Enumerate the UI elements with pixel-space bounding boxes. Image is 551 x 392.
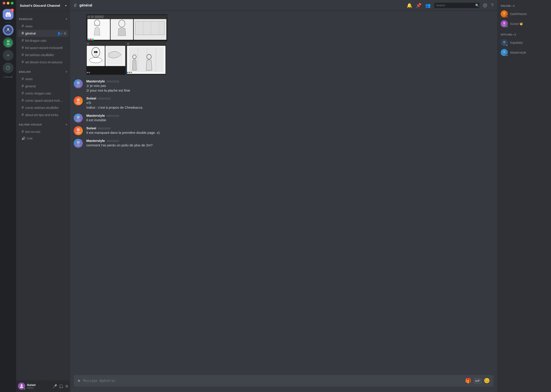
- hash-icon: #: [22, 77, 24, 81]
- member-item-suisei[interactable]: Suisei 👑: [499, 19, 549, 29]
- message-input-area: + 🎁 GIF 😊: [70, 375, 497, 392]
- category-francais-header[interactable]: FRANÇAIS +: [18, 17, 68, 21]
- user-avatar-wrap: [18, 383, 25, 390]
- member-name-wrap-suisei: Suisei 👑: [510, 22, 523, 26]
- close-button[interactable]: [3, 2, 5, 5]
- category-english-add-icon[interactable]: +: [65, 70, 67, 74]
- emoji-icon[interactable]: 😊: [484, 378, 490, 384]
- svg-point-50: [77, 116, 80, 119]
- message-text-4: Il est manquant dans la première double …: [86, 130, 493, 135]
- microphone-icon[interactable]: 🎤: [53, 384, 57, 388]
- online-count: 6 ONLINE: [3, 76, 13, 78]
- channel-comic-dragon-cats[interactable]: # comic-dragon-cats: [18, 90, 68, 97]
- svg-point-31: [96, 51, 98, 53]
- message-text-5: comment t'as perdu un poilu de plus de 2…: [86, 143, 493, 148]
- svg-point-52: [77, 141, 80, 144]
- svg-rect-15: [135, 21, 165, 35]
- settings-icon[interactable]: ⚙: [64, 32, 66, 35]
- pin-icon[interactable]: 📌: [416, 3, 421, 8]
- notification-badge: 2: [10, 8, 14, 12]
- maximize-button[interactable]: [11, 2, 14, 5]
- message-author-2[interactable]: Suisei: [86, 96, 96, 100]
- message-content-5: Masterstyle 09/02/2018 comment t'as perd…: [86, 139, 493, 148]
- gif-button[interactable]: GIF: [474, 378, 481, 383]
- settings-icon[interactable]: ⚙: [65, 384, 68, 388]
- search-input[interactable]: [436, 4, 474, 7]
- svg-rect-37: [127, 43, 129, 45]
- message-header-4: Suisei 09/02/2018: [86, 126, 493, 130]
- channel-live-voice[interactable]: 🔊 Live: [18, 135, 68, 141]
- channel-bd-dragon-cats[interactable]: # bd-dragon-cats: [18, 37, 68, 44]
- comic-images-container: [70, 14, 497, 78]
- search-bar[interactable]: 🔍: [434, 3, 479, 8]
- channel-bd-space-wizard[interactable]: # bd-space-wizard-mckcarell: [18, 44, 68, 51]
- window-chrome: [0, 0, 16, 6]
- comic-strip-top: [86, 14, 167, 41]
- comic-panels-row: [86, 42, 167, 75]
- member-avatar-masterstyle: [501, 49, 508, 56]
- channel-news-fr[interactable]: # news: [18, 23, 68, 30]
- comic-panel-right: [127, 42, 166, 75]
- member-item-darthhaven[interactable]: DarthHaven: [499, 9, 549, 19]
- member-status-suisei: [506, 25, 508, 28]
- explore-servers-button[interactable]: [3, 63, 14, 73]
- svg-point-48: [77, 81, 80, 84]
- minimize-button[interactable]: [7, 2, 9, 5]
- svg-rect-36: [127, 42, 166, 45]
- channel-art-dessin[interactable]: # art-dessin-trucs-et-astuces: [18, 59, 68, 66]
- channel-general-en[interactable]: # general: [18, 83, 68, 90]
- comic-panel-left: [86, 42, 126, 75]
- bell-icon[interactable]: 🔔: [407, 3, 412, 8]
- message-group-4: Suisei 09/02/2018 Il est manquant dans l…: [70, 125, 497, 136]
- member-status-darthhaven: [506, 15, 508, 18]
- category-english-header[interactable]: ENGLISH +: [18, 69, 68, 74]
- category-voice: SALONS VOCAUX +: [16, 119, 70, 128]
- category-voice-label: SALONS VOCAUX: [19, 123, 42, 126]
- server-icon-1[interactable]: [3, 25, 14, 35]
- message-author-1[interactable]: Masterstyle: [86, 79, 105, 83]
- server-icon-2[interactable]: 2013: [3, 37, 14, 48]
- message-author-5[interactable]: Masterstyle: [86, 139, 105, 143]
- category-francais-label: FRANÇAIS: [19, 18, 33, 21]
- gift-icon[interactable]: 🎁: [465, 378, 471, 384]
- headphone-icon[interactable]: 🎧: [59, 384, 63, 388]
- channel-about-art-tips[interactable]: # about-art-tips-and-tricks: [18, 111, 68, 118]
- message-header-1: Masterstyle 09/02/2018: [86, 79, 493, 83]
- chevron-down-icon: ▾: [65, 4, 66, 7]
- category-voice-header[interactable]: SALONS VOCAUX +: [18, 122, 68, 127]
- category-francais-add-icon[interactable]: +: [65, 17, 67, 21]
- channel-name-header: général: [79, 3, 92, 7]
- member-avatar-darthhaven: [501, 10, 508, 18]
- mention-icon[interactable]: @: [483, 3, 487, 8]
- channel-general-fr[interactable]: # général 👤+ ⚙: [18, 30, 68, 37]
- user-info: Suisei #0001: [27, 383, 51, 389]
- channel-news-en[interactable]: # news: [18, 76, 68, 82]
- member-status-masterstyle: [506, 54, 508, 56]
- channel-comic-tarkhan[interactable]: # comic-tarkhan-skullkiller: [18, 104, 68, 111]
- crown-icon: 👑: [520, 22, 523, 25]
- search-icon: 🔍: [475, 4, 479, 7]
- server-icon-main[interactable]: 2: [3, 9, 14, 20]
- messages-area: Masterstyle 09/02/2018 1/ je vois pas 2/…: [70, 11, 497, 375]
- help-icon[interactable]: ?: [491, 3, 493, 8]
- message-author-3[interactable]: Masterstyle: [86, 114, 105, 117]
- user-status-indicator: [23, 388, 25, 390]
- svg-rect-21: [92, 39, 94, 40]
- add-member-icon[interactable]: 👤+: [57, 32, 63, 35]
- add-server-button[interactable]: +: [3, 50, 14, 61]
- channel-bd-tarkhan[interactable]: # bd-tarkhan-skullkiller: [18, 51, 68, 58]
- message-author-4[interactable]: Suisei: [86, 126, 96, 130]
- message-timestamp-5: 09/02/2018: [107, 140, 119, 142]
- server-name-header[interactable]: Suisei's Discord Channel ▾: [16, 0, 70, 11]
- member-name-wrap-darthhaven: DarthHaven: [510, 12, 527, 16]
- members-icon[interactable]: 👥: [425, 3, 431, 8]
- member-item-kapalsky[interactable]: Kapalsky: [499, 38, 549, 48]
- channel-comic-space-wizard[interactable]: # comic-space-wizard-mck...: [18, 97, 68, 104]
- avatar-masterstyle-1: [74, 79, 83, 88]
- channel-live-no-mic[interactable]: # live-no-mic: [18, 128, 68, 135]
- category-voice-add-icon[interactable]: +: [65, 123, 67, 127]
- add-attachment-button[interactable]: +: [77, 375, 80, 387]
- member-item-masterstyle[interactable]: Masterstyle: [499, 48, 549, 57]
- message-input[interactable]: [83, 376, 462, 386]
- message-timestamp-1: 09/02/2018: [107, 80, 119, 83]
